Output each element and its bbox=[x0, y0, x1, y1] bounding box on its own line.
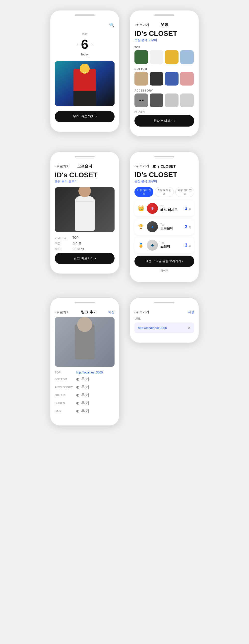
top-items bbox=[134, 50, 194, 64]
calendar-widget: 2022 ‹ 6 › Today bbox=[55, 33, 115, 56]
phone-offshoulder: ‹ 뒤로가기 오프숄더 ID's CLOSET 옷장 분석 도우미 카테고 bbox=[50, 152, 120, 274]
accessory-item-4[interactable] bbox=[180, 94, 194, 107]
bottom-item-2[interactable] bbox=[150, 72, 163, 86]
back-button-5[interactable]: ‹ 뒤로가기 bbox=[134, 310, 149, 314]
closet-analyze-button[interactable]: 옷장 분석하기 › bbox=[134, 115, 194, 126]
rank-item-2[interactable]: 🏆 👗 Top 오프숄더 3 회 bbox=[134, 219, 194, 235]
nav-title-2: 오프숄더 bbox=[77, 164, 92, 168]
back-button-2[interactable]: ‹ 뒤로가기 bbox=[55, 164, 70, 168]
link-accessory-add[interactable]: ⊕ 추가 bbox=[76, 384, 90, 390]
accessory-item-3[interactable] bbox=[165, 94, 178, 107]
save-button-4[interactable]: 저장 bbox=[108, 310, 115, 314]
bottom-item-4[interactable] bbox=[180, 72, 194, 86]
bottom-items bbox=[134, 72, 194, 86]
category-shoes-label: SHOES bbox=[134, 111, 194, 114]
next-day-button[interactable]: › bbox=[91, 42, 92, 46]
link-accessory-row: ACCESSORY ⊕ 추가 bbox=[55, 384, 115, 390]
filter-least-worn[interactable]: 가장 적게 입은 bbox=[155, 187, 174, 197]
rank-avatar-3: 🧥 bbox=[147, 240, 158, 251]
back-chevron-icon-4: ‹ bbox=[55, 310, 56, 314]
prev-day-button[interactable]: ‹ bbox=[77, 42, 78, 46]
url-value: http://localhost:3000 bbox=[138, 326, 185, 330]
stats-title: ID's CLOSET bbox=[134, 171, 194, 179]
phone-stats: ‹ 뒤로가기 ID's CLOSET ID's CLOSET 옷장 분석 도우미… bbox=[129, 152, 199, 282]
category-accessory-label: ACCESSORY bbox=[134, 89, 194, 92]
material-key: 재질 bbox=[55, 247, 69, 251]
url-label: URL bbox=[134, 317, 194, 320]
link-bag-add[interactable]: ⊕ 추가 bbox=[76, 408, 90, 414]
rank-name-1: 레드 티셔츠 bbox=[160, 208, 182, 212]
filter-row: 가장 많이 입은 가장 적게 입은 가장 인기 있는 bbox=[134, 187, 194, 197]
offshoulder-nav: ‹ 뒤로가기 오프숄더 bbox=[55, 164, 115, 168]
back-chevron-icon-5: ‹ bbox=[134, 310, 135, 314]
rank-item-1[interactable]: 👑 👚 Top 레드 티셔츠 3 회 bbox=[134, 200, 194, 216]
category-top-label: TOP bbox=[134, 46, 194, 49]
link-category-list: TOP http://localhost:3000 BOTTOM ⊕ 추가 AC… bbox=[55, 371, 115, 414]
bottom-item-3[interactable] bbox=[165, 72, 178, 86]
back-button[interactable]: ‹ 뒤로가기 bbox=[134, 23, 149, 27]
link-shoes-row: SHOES ⊕ 추가 bbox=[55, 400, 115, 406]
closet-nav: ‹ 뒤로가기 옷장 bbox=[134, 22, 194, 27]
phone-calendar: 🔍 2022 ‹ 6 › Today DG 옷장 바로가기 bbox=[50, 10, 120, 132]
link-bag-row: BAG ⊕ 추가 bbox=[55, 408, 115, 414]
accessory-item-2[interactable] bbox=[150, 94, 163, 107]
back-button-4[interactable]: ‹ 뒤로가기 bbox=[55, 310, 70, 314]
back-chevron-icon-2: ‹ bbox=[55, 164, 56, 168]
search-icon[interactable]: 🔍 bbox=[109, 22, 115, 28]
article-info: 카테고리 TOP 색깔 화이트 재질 면 100% bbox=[55, 236, 115, 251]
save-button-5[interactable]: 저장 bbox=[188, 310, 194, 314]
link-top-value[interactable]: http://localhost:3000 bbox=[76, 371, 103, 374]
filter-most-popular[interactable]: 가장 인기 있는 bbox=[175, 187, 194, 197]
filter-most-worn[interactable]: 가장 많이 입은 bbox=[134, 187, 153, 197]
today-label: Today bbox=[81, 53, 89, 56]
category-val: TOP bbox=[73, 236, 78, 240]
link-shoes-add[interactable]: ⊕ 추가 bbox=[76, 400, 90, 406]
nav-title-4: 링크 추가 bbox=[81, 310, 97, 314]
url-input-field[interactable]: http://localhost:3000 ✕ bbox=[134, 322, 194, 333]
bottom-item-1[interactable] bbox=[134, 72, 148, 86]
nav-title: 옷장 bbox=[161, 22, 168, 27]
search-header: 🔍 bbox=[55, 22, 115, 28]
back-button-3[interactable]: ‹ 뒤로가기 bbox=[134, 164, 149, 168]
link-top-row: TOP http://localhost:3000 bbox=[55, 371, 115, 374]
closet-title: ID's CLOSET bbox=[134, 30, 194, 38]
row-2: ‹ 뒤로가기 오프숄더 ID's CLOSET 옷장 분석 도우미 카테고 bbox=[50, 152, 199, 282]
rank-name-3: 스웨터 bbox=[160, 244, 182, 249]
link-outer-add[interactable]: ⊕ 추가 bbox=[76, 392, 90, 398]
phone-link-add: ‹ 뒤로가기 링크 추가 저장 TOP http://localhost:300… bbox=[50, 298, 120, 426]
category-bottom-label: BOTTOM bbox=[134, 68, 194, 70]
fashion-style-button[interactable]: 패션 스타일 유형 보러가기 › bbox=[134, 256, 194, 267]
rank-count-1: 3 회 bbox=[185, 206, 191, 211]
back-label-3: 뒤로가기 bbox=[136, 164, 149, 168]
offshoulder-title: ID's CLOSET bbox=[55, 171, 115, 179]
closet-goto-button[interactable]: 옷장 바로가기 › bbox=[55, 111, 115, 122]
row-1: 🔍 2022 ‹ 6 › Today DG 옷장 바로가기 bbox=[50, 10, 199, 136]
link-bottom-add[interactable]: ⊕ 추가 bbox=[76, 376, 90, 382]
url-clear-button[interactable]: ✕ bbox=[187, 326, 191, 330]
offshoulder-subtitle: 옷장 분석 도우미 bbox=[55, 180, 115, 184]
year-label: 2022 bbox=[82, 33, 88, 36]
top-item-3[interactable] bbox=[165, 50, 178, 64]
outfit-image: DG bbox=[55, 61, 115, 106]
top-item-1[interactable] bbox=[134, 50, 148, 64]
url-nav: ‹ 뒤로가기 저장 bbox=[134, 310, 194, 314]
day-number: 6 bbox=[81, 37, 88, 52]
top-item-4[interactable] bbox=[180, 50, 194, 64]
phone-url-input: ‹ 뒤로가기 저장 URL http://localhost:3000 ✕ bbox=[129, 298, 199, 343]
category-row: 카테고리 TOP bbox=[55, 236, 115, 240]
rank-avatar-1: 👚 bbox=[147, 203, 158, 214]
color-row: 색깔 화이트 bbox=[55, 242, 115, 246]
url-section: URL http://localhost:3000 ✕ bbox=[134, 317, 194, 333]
rank-count-2: 3 회 bbox=[185, 224, 191, 230]
stats-nav: ‹ 뒤로가기 ID's CLOSET bbox=[134, 164, 194, 168]
rank-item-3[interactable]: 🏅 🧥 Top 스웨터 3 회 bbox=[134, 237, 194, 253]
back-label-4: 뒤로가기 bbox=[57, 310, 70, 314]
rank-info-2: Top 오프숄더 bbox=[160, 223, 182, 230]
top-item-2[interactable] bbox=[150, 50, 163, 64]
rank-info-3: Top 스웨터 bbox=[160, 242, 182, 249]
phone-closet: ‹ 뒤로가기 옷장 ID's CLOSET 옷장 분석 도우미 TOP BOTT… bbox=[129, 10, 199, 136]
accessory-item-1[interactable]: 🕶️ bbox=[134, 94, 148, 107]
link-add-image bbox=[55, 317, 115, 367]
link-goto-button[interactable]: 링크 바로가기 › bbox=[55, 253, 115, 264]
link-add-nav: ‹ 뒤로가기 링크 추가 저장 bbox=[55, 310, 115, 314]
